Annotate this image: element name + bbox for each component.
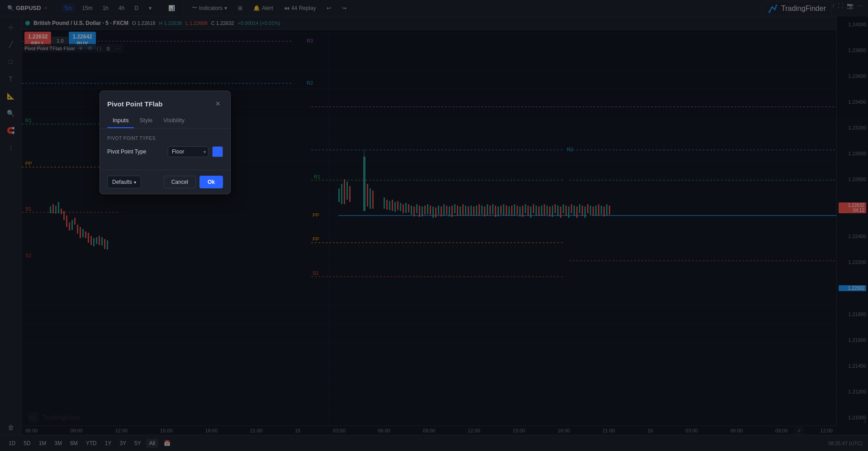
pivot-type-row: Pivot Point Type Floor Traditional Fibon… (107, 146, 223, 157)
cancel-button[interactable]: Cancel (164, 176, 196, 188)
close-button[interactable]: × (213, 98, 223, 110)
defaults-button[interactable]: Defaults ▾ (107, 176, 141, 188)
dialog-body: PIVOT POINT TYPES Pivot Point Type Floor… (100, 129, 230, 170)
color-swatch[interactable] (212, 146, 223, 157)
tab-style[interactable]: Style (134, 113, 158, 128)
pivot-dialog: Pivot Point TFlab × Inputs Style Visibil… (100, 91, 231, 194)
tab-visibility[interactable]: Visibility (158, 113, 190, 128)
dialog-title: Pivot Point TFlab (107, 100, 163, 108)
defaults-label: Defaults (112, 179, 132, 185)
ok-button[interactable]: Ok (199, 176, 223, 188)
defaults-chevron: ▾ (134, 180, 136, 185)
pivot-type-select[interactable]: Floor Traditional Fibonacci Woodie Camar… (168, 146, 209, 157)
dialog-header: Pivot Point TFlab × (100, 91, 230, 113)
section-label: PIVOT POINT TYPES (107, 136, 223, 141)
modal-overlay: Pivot Point TFlab × Inputs Style Visibil… (0, 0, 868, 451)
footer-actions: Cancel Ok (164, 176, 223, 188)
dialog-footer: Defaults ▾ Cancel Ok (100, 170, 230, 194)
pivot-type-label: Pivot Point Type (107, 149, 147, 155)
form-controls: Floor Traditional Fibonacci Woodie Camar… (168, 146, 223, 157)
tab-inputs[interactable]: Inputs (107, 113, 134, 128)
dialog-tabs: Inputs Style Visibility (100, 113, 230, 129)
